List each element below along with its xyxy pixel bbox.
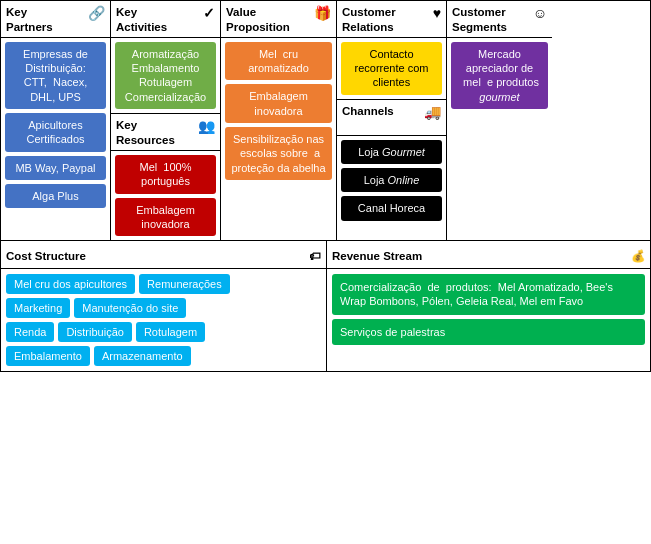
value-prop-body: Mel cru aromatizado Embalagem inovadora …: [221, 38, 336, 240]
key-partners-header: KeyPartners 🔗: [1, 1, 110, 38]
col-customer-segments: CustomerSegments ☺ Mercado apreciador de…: [447, 1, 552, 240]
list-item: Marketing: [6, 298, 70, 318]
cost-row-2: Marketing Manutenção do site: [6, 298, 321, 318]
col-cost-structure: Cost Structure 🏷 Mel cru dos apicultores…: [1, 241, 327, 371]
list-item: Aromatização Embalamento Rotulagem Comer…: [115, 42, 216, 109]
list-item: Manutenção do site: [74, 298, 186, 318]
cost-structure-body: Mel cru dos apicultores Remunerações Mar…: [1, 269, 326, 371]
list-item: Alga Plus: [5, 184, 106, 208]
value-prop-title: ValueProposition: [226, 5, 290, 35]
col-value-proposition: ValueProposition 🎁 Mel cru aromatizado E…: [221, 1, 337, 240]
key-resources-header: KeyResources 👥: [111, 114, 220, 151]
cost-structure-icon: 🏷: [309, 250, 321, 262]
revenue-stream-header: Revenue Stream 💰: [327, 241, 650, 269]
customer-relations-icon: ♥: [433, 5, 441, 21]
channels-title: Channels: [342, 104, 394, 119]
key-resources-title: KeyResources: [116, 118, 175, 148]
key-partners-title: KeyPartners: [6, 5, 53, 35]
list-item: Armazenamento: [94, 346, 191, 366]
list-item: Remunerações: [139, 274, 230, 294]
revenue-stream-icon: 💰: [631, 249, 645, 263]
list-item: Mel cru dos apicultores: [6, 274, 135, 294]
list-item: MB Way, Paypal: [5, 156, 106, 180]
customer-segments-icon: ☺: [533, 5, 547, 21]
customer-relations-title: CustomerRelations: [342, 5, 396, 35]
cost-row-4: Embalamento Armazenamento: [6, 346, 321, 366]
col-key-partners: KeyPartners 🔗 Empresas de Distribuição: …: [1, 1, 111, 240]
list-item: Loja Gourmet: [341, 140, 442, 164]
cost-row-3: Renda Distribuição Rotulagem: [6, 322, 321, 342]
list-item: Embalamento: [6, 346, 90, 366]
list-item: Loja Online: [341, 168, 442, 192]
key-activities-header: KeyActivities ✓: [111, 1, 220, 38]
top-section: KeyPartners 🔗 Empresas de Distribuição: …: [1, 1, 650, 241]
list-item: Mercado apreciador de mel e produtos gou…: [451, 42, 548, 109]
key-resources-body: Mel 100% português Embalagem inovadora: [111, 151, 220, 240]
customer-segments-title: CustomerSegments: [452, 5, 507, 35]
col-revenue-stream: Revenue Stream 💰 Comercialização de prod…: [327, 241, 650, 371]
list-item: Embalagem inovadora: [115, 198, 216, 237]
col-activities-resources: KeyActivities ✓ Aromatização Embalamento…: [111, 1, 221, 240]
canvas: KeyPartners 🔗 Empresas de Distribuição: …: [0, 0, 651, 372]
list-item: Contacto recorrente com clientes: [341, 42, 442, 95]
key-resources-icon: 👥: [198, 118, 215, 134]
customer-relations-body: Contacto recorrente com clientes: [337, 38, 446, 99]
channels-body: Loja Gourmet Loja Online Canal Horeca: [337, 136, 446, 225]
channels-icon: 🚚: [424, 104, 441, 120]
list-item: Canal Horeca: [341, 196, 442, 220]
customer-relations-section: CustomerRelations ♥ Contacto recorrente …: [337, 1, 446, 100]
cost-structure-title: Cost Structure: [6, 250, 86, 262]
channels-header: Channels 🚚: [337, 100, 446, 136]
list-item: Embalagem inovadora: [225, 84, 332, 123]
list-item: Comercialização de produtos: Mel Aromati…: [332, 274, 645, 315]
customer-relations-header: CustomerRelations ♥: [337, 1, 446, 38]
value-prop-header: ValueProposition 🎁: [221, 1, 336, 38]
list-item: Serviços de palestras: [332, 319, 645, 345]
cost-structure-header: Cost Structure 🏷: [1, 241, 326, 269]
list-item: Sensibilização nas escolas sobre a prote…: [225, 127, 332, 180]
key-resources-section: KeyResources 👥 Mel 100% português Embala…: [111, 114, 220, 240]
list-item: Renda: [6, 322, 54, 342]
list-item: Mel cru aromatizado: [225, 42, 332, 81]
list-item: Distribuição: [58, 322, 131, 342]
key-partners-icon: 🔗: [88, 5, 105, 21]
key-partners-body: Empresas de Distribuição: CTT, Nacex, DH…: [1, 38, 110, 240]
col-cr-channels: CustomerRelations ♥ Contacto recorrente …: [337, 1, 447, 240]
key-activities-icon: ✓: [203, 5, 215, 21]
key-activities-title: KeyActivities: [116, 5, 167, 35]
customer-segments-header: CustomerSegments ☺: [447, 1, 552, 38]
list-item: Apicultores Certificados: [5, 113, 106, 152]
revenue-stream-title: Revenue Stream: [332, 250, 422, 262]
list-item: Rotulagem: [136, 322, 205, 342]
key-activities-body: Aromatização Embalamento Rotulagem Comer…: [111, 38, 220, 113]
list-item: Empresas de Distribuição: CTT, Nacex, DH…: [5, 42, 106, 109]
value-prop-icon: 🎁: [314, 5, 331, 21]
revenue-stream-body: Comercialização de produtos: Mel Aromati…: [327, 269, 650, 350]
key-activities-section: KeyActivities ✓ Aromatização Embalamento…: [111, 1, 220, 114]
list-item: Mel 100% português: [115, 155, 216, 194]
customer-segments-body: Mercado apreciador de mel e produtos gou…: [447, 38, 552, 240]
bottom-section: Cost Structure 🏷 Mel cru dos apicultores…: [1, 241, 650, 371]
channels-section: Channels 🚚 Loja Gourmet Loja Online Cana…: [337, 100, 446, 225]
cost-row-1: Mel cru dos apicultores Remunerações: [6, 274, 321, 294]
